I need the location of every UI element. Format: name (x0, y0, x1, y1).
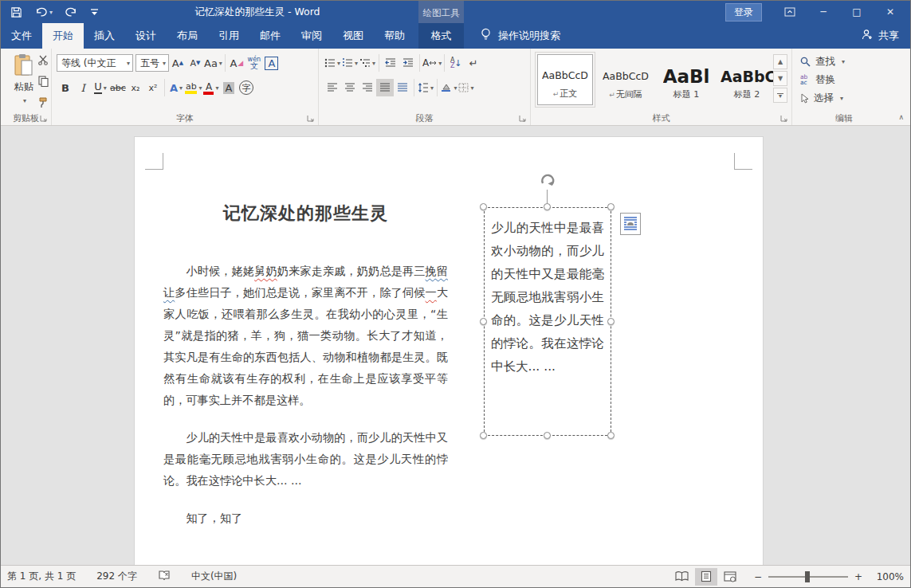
document-canvas[interactable]: 记忆深处的那些生灵 小时候，姥姥舅奶奶来家走亲戚，奶奶总是再三挽留让多住些日子，… (1, 126, 910, 566)
paragraph-3[interactable]: 知了，知了 (163, 508, 736, 529)
underline-button[interactable]: U▾ (92, 79, 109, 96)
enclose-characters-button[interactable]: 字 (238, 79, 255, 96)
change-case-button[interactable]: Aa▾ (204, 54, 222, 72)
minimize-button[interactable]: ─ (807, 1, 840, 23)
ribbon-display-options-button[interactable] (773, 1, 807, 23)
resize-handle-bottom-left[interactable] (480, 432, 487, 439)
line-spacing-button[interactable]: ▾ (417, 79, 434, 96)
align-left-button[interactable] (324, 79, 341, 96)
align-center-button[interactable] (341, 79, 359, 96)
styles-dialog-launcher[interactable] (780, 115, 788, 123)
italic-button[interactable]: I (74, 79, 92, 96)
read-mode-button[interactable] (671, 568, 693, 586)
tab-format-contextual[interactable]: 格式 (418, 23, 464, 49)
tab-help[interactable]: 帮助 (374, 23, 415, 49)
text-effects-button[interactable]: A▾ (167, 79, 185, 96)
font-color-button[interactable]: A▾ (202, 79, 220, 96)
zoom-percentage[interactable]: 100% (869, 571, 904, 582)
multilevel-list-button[interactable]: ▾ (359, 54, 376, 72)
tab-references[interactable]: 引用 (208, 23, 249, 49)
align-right-button[interactable] (359, 79, 376, 96)
replace-button[interactable]: abac 替换 (800, 73, 845, 87)
tab-design[interactable]: 设计 (125, 23, 167, 49)
clear-formatting-button[interactable]: A◢ (228, 54, 245, 72)
strikethrough-button[interactable]: abc (109, 79, 127, 96)
font-dialog-launcher[interactable] (307, 115, 315, 123)
style-card-normal[interactable]: AaBbCcD ↵正文 (537, 54, 593, 105)
styles-gallery-up-button[interactable]: ▲ (773, 54, 787, 69)
bold-button[interactable]: B (57, 79, 74, 96)
format-painter-button[interactable] (38, 96, 49, 112)
zoom-out-button[interactable]: − (754, 571, 762, 582)
select-button[interactable]: 选择▾ (800, 92, 845, 105)
resize-handle-bottom-center[interactable] (544, 432, 551, 439)
tab-layout[interactable]: 布局 (167, 23, 208, 49)
clipboard-dialog-launcher[interactable] (40, 115, 48, 123)
subscript-button[interactable]: x₂ (127, 79, 144, 96)
resize-handle-top-right[interactable] (607, 203, 615, 210)
justify-button[interactable] (376, 79, 394, 96)
character-shading-button[interactable]: A (220, 79, 238, 96)
style-card-heading2[interactable]: AaBbC 标题 2 (719, 54, 775, 105)
sign-in-button[interactable]: 登录 (725, 3, 762, 22)
shrink-font-button[interactable]: A▼ (187, 54, 204, 72)
resize-handle-bottom-right[interactable] (607, 432, 615, 439)
font-name-combobox[interactable]: 等线 (中文正▾ (57, 54, 133, 72)
tab-file[interactable]: 文件 (1, 23, 42, 49)
tab-mailings[interactable]: 邮件 (249, 23, 291, 49)
borders-button[interactable]: ▾ (457, 79, 475, 96)
paragraph-dialog-launcher[interactable] (519, 115, 527, 123)
style-card-heading1[interactable]: AaBl 标题 1 (658, 54, 714, 105)
increase-indent-button[interactable] (399, 54, 417, 72)
page-number-status[interactable]: 第 1 页, 共 1 页 (7, 570, 76, 583)
sort-button[interactable]: AZ ↓ (447, 54, 465, 72)
bullets-button[interactable]: ▾ (324, 54, 341, 72)
resize-handle-top-center[interactable] (544, 203, 551, 210)
paste-dropdown-icon[interactable]: ▾ (23, 97, 26, 104)
web-layout-button[interactable] (719, 568, 741, 586)
highlight-color-button[interactable]: ab▾ (185, 79, 202, 96)
shading-button[interactable]: ▾ (440, 79, 457, 96)
find-button[interactable]: 查找▾ (800, 55, 845, 69)
tab-home[interactable]: 开始 (42, 23, 84, 49)
resize-handle-top-left[interactable] (480, 203, 487, 210)
decrease-indent-button[interactable] (382, 54, 399, 72)
cut-button[interactable] (37, 53, 49, 69)
tell-me-search[interactable]: 操作说明搜索 (481, 23, 560, 49)
distribute-button[interactable] (394, 79, 411, 96)
styles-gallery-down-button[interactable]: ▼ (773, 71, 787, 86)
asian-layout-button[interactable]: A▾ (422, 54, 442, 72)
style-card-no-spacing[interactable]: AaBbCcD ↵无间隔 (598, 54, 654, 105)
text-box-content[interactable]: 少儿的天性中是最喜欢小动物的，而少儿的天性中又是最能毫无顾忌地戕害弱小生命的。这… (491, 217, 604, 378)
superscript-button[interactable]: x² (144, 79, 162, 96)
tab-view[interactable]: 视图 (332, 23, 374, 49)
show-marks-button[interactable]: ↵ (465, 54, 482, 72)
tab-review[interactable]: 审阅 (291, 23, 332, 49)
zoom-in-button[interactable]: + (854, 571, 862, 582)
character-border-button[interactable]: A (263, 54, 281, 72)
rotation-handle[interactable] (538, 172, 557, 191)
numbering-button[interactable]: ▾ (341, 54, 359, 72)
collapse-ribbon-button[interactable]: ∧ (898, 113, 904, 121)
zoom-slider[interactable] (768, 576, 848, 578)
proofing-errors-icon[interactable] (158, 570, 171, 583)
grow-font-button[interactable]: A▲ (169, 54, 187, 72)
zoom-slider-thumb[interactable] (805, 571, 810, 582)
print-layout-button[interactable] (695, 568, 717, 586)
maximize-button[interactable]: □ (840, 1, 874, 23)
styles-gallery-more-button[interactable]: ▾ (773, 88, 787, 103)
phonetic-guide-button[interactable]: wén文 (245, 54, 263, 72)
resize-handle-middle-right[interactable] (607, 318, 615, 325)
language-status[interactable]: 中文(中国) (191, 570, 237, 583)
layout-options-button[interactable] (620, 213, 641, 235)
paste-button[interactable]: 粘贴 ▾ (7, 53, 41, 111)
resize-handle-middle-left[interactable] (480, 318, 487, 325)
font-size-combobox[interactable]: 五号▾ (135, 54, 169, 72)
document-page[interactable]: 记忆深处的那些生灵 小时候，姥姥舅奶奶来家走亲戚，奶奶总是再三挽留让多住些日子，… (134, 136, 764, 566)
word-count-status[interactable]: 292 个字 (96, 570, 137, 583)
share-button[interactable]: 共享 (862, 23, 899, 49)
tab-insert[interactable]: 插入 (84, 23, 125, 49)
text-box[interactable]: 少儿的天性中是最喜欢小动物的，而少儿的天性中又是最能毫无顾忌地戕害弱小生命的。这… (484, 207, 611, 436)
close-button[interactable]: ✕ (874, 1, 907, 23)
copy-button[interactable] (38, 75, 49, 90)
